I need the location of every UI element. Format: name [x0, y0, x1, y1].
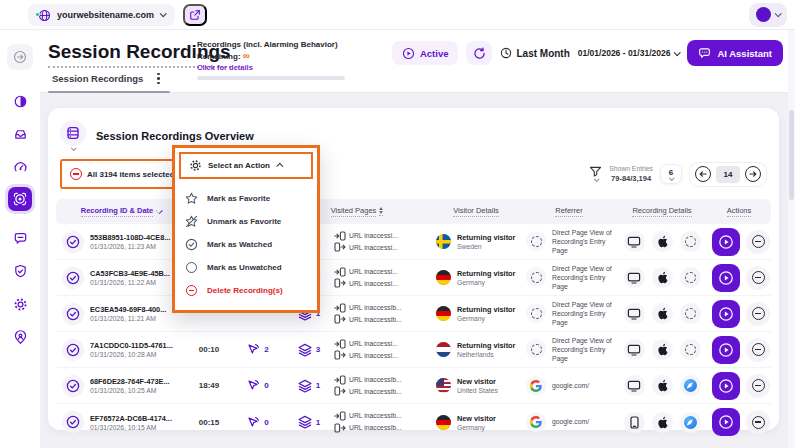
select-action-button[interactable]: Select an Action	[179, 152, 313, 179]
exit-url[interactable]: URL inaccessib...	[349, 422, 402, 434]
recordings-remaining-progressbar	[197, 76, 345, 80]
tab-options-kebab-icon[interactable]	[157, 73, 160, 93]
play-recording-button[interactable]	[712, 228, 740, 256]
overview-table-icon-button[interactable]	[60, 120, 86, 146]
recordings-remaining: Recordings (incl. Alarming Behavior) Rem…	[197, 40, 347, 80]
page-scrollbar[interactable]	[788, 30, 795, 448]
remove-recording-button[interactable]	[746, 302, 770, 326]
referrer-icon	[526, 267, 546, 287]
recording-id[interactable]: 7A1CDDC0-11D5-4761...	[90, 341, 186, 350]
user-menu[interactable]	[749, 3, 787, 27]
minus-circle-icon	[752, 379, 765, 392]
remove-recording-button[interactable]	[746, 410, 770, 434]
sidebar-item-inbox[interactable]	[7, 121, 33, 147]
remove-recording-button[interactable]	[746, 374, 770, 398]
scrollbar-thumb[interactable]	[789, 110, 794, 200]
column-header-referrer: Referrer	[522, 206, 616, 217]
exit-url[interactable]: URL inaccessib...	[349, 314, 402, 326]
menu-item-mark-favorite[interactable]: Mark as Favorite	[175, 187, 317, 210]
chevron-down-icon	[160, 10, 167, 17]
session-recordings-overview-card: Session Recordings Overview All 3194 ite…	[48, 108, 779, 430]
menu-item-mark-watched[interactable]: Mark as Watched	[175, 233, 317, 256]
exit-url[interactable]: URL inaccessi...	[349, 278, 398, 290]
column-header-id-date[interactable]: Recording ID & Date	[56, 206, 186, 217]
entry-url[interactable]: URL inaccessi...	[349, 266, 398, 278]
referrer-icon	[526, 376, 546, 396]
row-selected-checkbox[interactable]	[62, 231, 84, 253]
overview-title: Session Recordings Overview	[96, 130, 254, 142]
next-page-button[interactable]	[745, 166, 761, 182]
table-row: CA53FCB3-4E9E-45B...01/31/2026, 11:22 AM…	[56, 260, 771, 296]
active-filter-button[interactable]: Active	[392, 41, 459, 65]
sidebar-item-dashboard[interactable]	[7, 88, 33, 114]
entry-url[interactable]: URL inaccessi...	[349, 230, 398, 242]
unknown-browser-icon	[685, 236, 696, 247]
row-selected-checkbox[interactable]	[62, 411, 84, 433]
filter-button[interactable]	[589, 166, 602, 182]
current-page: 14	[716, 166, 740, 183]
entry-url[interactable]: URL inaccessib...	[349, 374, 402, 386]
date-range-selector[interactable]: 01/01/2026 - 01/31/2026	[578, 48, 680, 58]
device-icon	[624, 412, 645, 433]
prev-page-button[interactable]	[695, 166, 711, 182]
session-recordings-icon	[13, 192, 27, 206]
arrow-left-icon	[699, 170, 707, 178]
recording-id[interactable]: 68F6DE28-764F-473E...	[90, 377, 186, 386]
sidebar-item-session-recordings[interactable]	[5, 184, 35, 214]
open-website-button[interactable]	[183, 4, 207, 26]
row-selected-checkbox[interactable]	[62, 267, 84, 289]
sidebar-collapse-button[interactable]	[7, 44, 33, 70]
row-selected-checkbox[interactable]	[62, 339, 84, 361]
exit-url[interactable]: URL inaccessi...	[349, 242, 398, 254]
unknown-referrer-icon	[531, 308, 542, 319]
browser-icon	[680, 375, 701, 396]
external-link-icon	[189, 9, 201, 21]
recording-details-cell	[616, 412, 708, 433]
row-selected-checkbox[interactable]	[62, 303, 84, 325]
remove-recording-button[interactable]	[746, 266, 770, 290]
sidebar-item-shield[interactable]	[7, 258, 33, 284]
country-flag	[436, 415, 451, 430]
recording-date: 01/31/2026, 10:15 AM	[90, 424, 186, 431]
pages-count: 1	[284, 415, 334, 429]
apple-os-icon	[652, 375, 673, 396]
sidebar-item-chat[interactable]	[7, 225, 33, 251]
play-recording-button[interactable]	[712, 264, 740, 292]
refresh-button[interactable]	[466, 41, 492, 65]
actions-cell	[708, 336, 770, 364]
actions-cell	[708, 264, 770, 292]
tab-session-recordings[interactable]: Session Recordings	[48, 73, 147, 92]
sidebar-item-visitor-location[interactable]	[7, 324, 33, 350]
visited-pages-cell: URL inaccessi... URL inaccessi...	[334, 230, 430, 253]
website-selector[interactable]: yourwebsitename.com	[28, 4, 175, 26]
play-recording-button[interactable]	[712, 300, 740, 328]
play-recording-button[interactable]	[712, 408, 740, 436]
settings-icon	[13, 297, 28, 312]
entry-url[interactable]: URL inaccessib...	[349, 410, 402, 422]
period-selector[interactable]: Last Month	[500, 47, 569, 59]
per-page-selector[interactable]: 6	[660, 164, 682, 184]
exit-url[interactable]: URL inaccessi...	[349, 350, 398, 362]
menu-item-mark-unwatched[interactable]: Mark as Unwatched	[175, 256, 317, 279]
exit-url[interactable]: URL inaccessib...	[349, 386, 402, 398]
play-recording-button[interactable]	[712, 336, 740, 364]
click-for-details-link[interactable]: Click for details	[197, 63, 347, 72]
sidebar-item-gauge[interactable]	[7, 154, 33, 180]
visitor-details-cell: Returning visitorNetherlands	[430, 341, 522, 358]
minus-circle-icon	[752, 416, 765, 429]
entry-url[interactable]: URL inaccessib...	[349, 302, 402, 314]
actions-cell	[708, 408, 770, 436]
play-recording-button[interactable]	[712, 372, 740, 400]
clicks-count: 0	[232, 379, 284, 392]
entry-url[interactable]: URL inaccessi...	[349, 338, 398, 350]
recording-id[interactable]: EF76572A-DC6B-4174...	[90, 414, 186, 423]
circle-icon	[186, 262, 197, 273]
ai-assistant-button[interactable]: AI Assistant	[687, 40, 783, 66]
remove-recording-button[interactable]	[746, 338, 770, 362]
menu-item-delete-recordings[interactable]: Delete Recording(s)	[175, 279, 317, 302]
row-selected-checkbox[interactable]	[62, 375, 84, 397]
remove-recording-button[interactable]	[746, 230, 770, 254]
menu-item-unmark-favorite[interactable]: Unmark as Favorite	[175, 210, 317, 233]
apple-os-icon	[652, 231, 673, 252]
sidebar-item-settings[interactable]	[7, 291, 33, 317]
